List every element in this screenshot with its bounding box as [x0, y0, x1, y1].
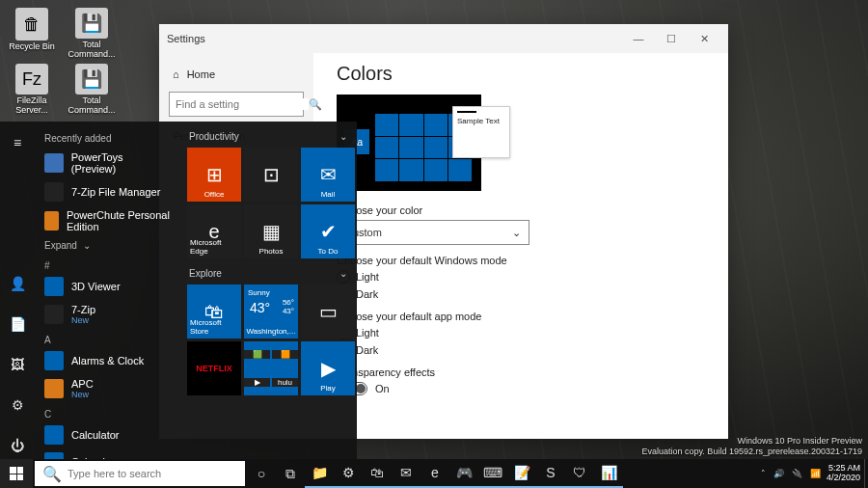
- start-tiles[interactable]: Productivity⌄⊞Office⊡✉MaileMicrosoft Edg…: [179, 122, 357, 459]
- close-button[interactable]: ✕: [688, 24, 720, 53]
- tile-group-header[interactable]: Explore⌄: [187, 266, 349, 285]
- tile-icon: ▦: [244, 204, 298, 258]
- start-user-icon[interactable]: 👤: [0, 270, 35, 297]
- tile-icon: ⊡: [244, 148, 298, 202]
- system-tray[interactable]: ˄🔊🔌📶: [755, 469, 827, 478]
- start-app-label: 7-ZipNew: [71, 304, 95, 325]
- settings-search-input[interactable]: [176, 98, 309, 110]
- taskbar-clock[interactable]: 5:25 AM 4/2/2020: [827, 464, 864, 483]
- start-pictures-icon[interactable]: 🖼: [0, 351, 35, 378]
- taskbar-search-input[interactable]: [68, 468, 237, 479]
- start-tile[interactable]: ▭: [301, 285, 355, 339]
- taskbar-app-icon[interactable]: ⌨: [478, 459, 507, 488]
- taskbar-app-icon[interactable]: 📝: [507, 459, 536, 488]
- app-icon: [44, 305, 64, 324]
- chevron-down-icon: ⌄: [83, 240, 91, 251]
- start-tile[interactable]: ▶Play: [301, 341, 355, 395]
- app-icon: 💾: [75, 8, 108, 39]
- start-app-item[interactable]: PowerChute Personal Edition: [39, 205, 176, 236]
- desktop-icon[interactable]: 💾Total Command...: [68, 64, 116, 116]
- sample-card: Sample Text: [452, 106, 510, 158]
- start-expand[interactable]: Expand⌄: [39, 236, 176, 255]
- start-app-label: PowerChute Personal Edition: [67, 209, 170, 232]
- desktop-icon[interactable]: 🗑Recycle Bin: [8, 8, 56, 60]
- taskbar-app-icon[interactable]: 📊: [594, 459, 623, 488]
- taskbar-app-icon[interactable]: 🎮: [449, 459, 478, 488]
- start-settings-icon[interactable]: ⚙: [0, 392, 35, 419]
- windows-mode-light[interactable]: Light: [337, 270, 705, 284]
- start-tile[interactable]: ⊡: [244, 148, 298, 202]
- show-desktop-button[interactable]: [864, 459, 868, 488]
- tray-icon[interactable]: 🔌: [792, 469, 802, 478]
- start-app-item[interactable]: Calendar: [39, 448, 176, 459]
- app-mode-light[interactable]: Light: [337, 326, 705, 339]
- start-app-item[interactable]: 7-ZipNew: [39, 300, 176, 329]
- start-documents-icon[interactable]: 📄: [0, 311, 35, 338]
- start-tile[interactable]: ✔To Do: [301, 204, 355, 258]
- windows-mode-label: Choose your default Windows mode: [337, 255, 705, 266]
- start-tile[interactable]: eMicrosoft Edge: [187, 204, 241, 258]
- start-app-item[interactable]: 3D Viewer: [39, 273, 176, 300]
- taskbar-app-icon[interactable]: ⚙: [334, 459, 363, 488]
- page-title: Colors: [337, 63, 705, 85]
- desktop-icon[interactable]: 💾Total Command...: [68, 8, 116, 60]
- start-expand-icon[interactable]: ≡: [0, 129, 35, 156]
- taskbar-app-icon[interactable]: 📁: [305, 459, 334, 488]
- start-app-item[interactable]: PowerToys (Preview): [39, 148, 176, 178]
- app-mode-dark[interactable]: Dark: [337, 343, 705, 357]
- app-icon: Fz: [15, 64, 48, 95]
- start-app-list[interactable]: Recently addedPowerToys (Preview)7-Zip F…: [35, 122, 179, 459]
- tile-icon: ▶: [301, 341, 355, 395]
- taskbar-app-icon[interactable]: S: [536, 459, 565, 488]
- windows-mode-dark[interactable]: Dark: [337, 287, 705, 301]
- desktop-icon[interactable]: FzFileZilla Server...: [8, 64, 56, 116]
- taskbar-app-icon[interactable]: e: [420, 459, 449, 488]
- start-rail: ≡ 👤 📄 🖼 ⚙ ⏻: [0, 122, 35, 459]
- tile-icon: 🛍: [187, 285, 241, 339]
- taskbar-search[interactable]: 🔍: [35, 461, 245, 486]
- tile-group-header[interactable]: Productivity⌄: [187, 129, 349, 148]
- tray-icon[interactable]: 🔊: [773, 469, 784, 478]
- minimize-button[interactable]: —: [622, 24, 655, 53]
- app-icon: [44, 452, 64, 459]
- maximize-button[interactable]: ☐: [655, 24, 688, 53]
- titlebar[interactable]: Settings — ☐ ✕: [159, 24, 728, 53]
- tile-folder[interactable]: 🟩🟧▶hulu: [244, 341, 298, 395]
- start-app-label: 3D Viewer: [71, 281, 121, 292]
- start-app-item[interactable]: APCNew: [39, 374, 176, 403]
- taskbar-app-icon[interactable]: 🛡: [565, 459, 594, 488]
- start-tile[interactable]: ▦Photos: [244, 204, 298, 258]
- windows-logo-icon: [10, 467, 23, 480]
- start-app-item[interactable]: 7-Zip File Manager: [39, 178, 176, 205]
- start-app-label: Alarms & Clock: [71, 355, 144, 366]
- weather-tile[interactable]: Sunny43°56°43°Washington,...: [244, 285, 298, 339]
- chevron-down-icon: ⌄: [512, 227, 521, 239]
- desktop-icon-label: Total Command...: [68, 41, 116, 60]
- taskbar-app-icon[interactable]: ○: [247, 459, 276, 488]
- transparency-toggle[interactable]: On: [337, 382, 705, 395]
- app-icon: [44, 153, 64, 173]
- start-letter-header[interactable]: C: [39, 403, 176, 421]
- start-letter-header[interactable]: #: [39, 255, 176, 273]
- choose-color-dropdown[interactable]: Custom ⌄: [337, 220, 529, 245]
- tray-icon[interactable]: ˄: [761, 469, 766, 478]
- color-preview: Aa Sample Text: [337, 95, 481, 191]
- start-app-item[interactable]: Calculator: [39, 421, 176, 448]
- start-tile[interactable]: 🛍Microsoft Store: [187, 285, 241, 339]
- taskbar-app-icon[interactable]: ✉: [392, 459, 420, 488]
- nav-home[interactable]: ⌂ Home: [159, 63, 313, 86]
- start-power-icon[interactable]: ⏻: [0, 432, 35, 459]
- desktop-icon-label: FileZilla Server...: [8, 96, 56, 116]
- start-tile[interactable]: ⊞Office: [187, 148, 241, 202]
- taskbar-app-icon[interactable]: ⧉: [276, 459, 305, 488]
- start-tile[interactable]: NETFLIX: [187, 341, 241, 395]
- start-button[interactable]: [0, 459, 33, 488]
- start-tile[interactable]: ✉Mail: [301, 148, 355, 202]
- start-letter-header[interactable]: A: [39, 329, 176, 347]
- tile-icon: ▭: [301, 285, 355, 339]
- settings-search[interactable]: 🔍: [169, 92, 304, 117]
- taskbar-app-icon[interactable]: 🛍: [363, 459, 392, 488]
- start-app-item[interactable]: Alarms & Clock: [39, 347, 176, 374]
- app-icon: [44, 182, 64, 202]
- tray-icon[interactable]: 📶: [810, 469, 821, 478]
